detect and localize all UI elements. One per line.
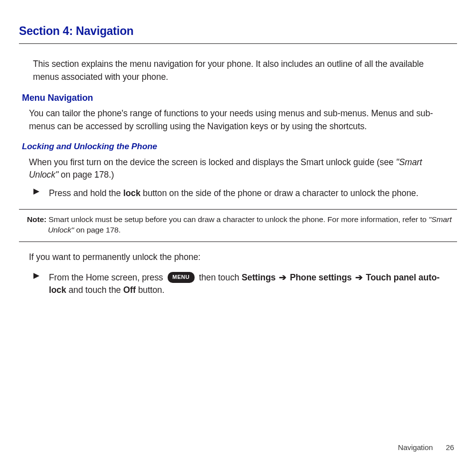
arrow-icon: ➔: [355, 272, 363, 282]
bullet2-mid2: and touch the: [66, 285, 123, 295]
bullet-row-1: Press and hold the lock button on the si…: [19, 184, 457, 200]
bullet-row-2: From the Home screen, press MENU then to…: [19, 268, 457, 297]
note-block: Note: Smart unlock must be setup before …: [19, 209, 457, 242]
bullet1-pre: Press and hold the: [49, 188, 123, 198]
bullet1-post: button on the side of the phone or draw …: [141, 188, 419, 198]
page-footer: Navigation 26: [398, 442, 454, 453]
bullet2-end: button.: [136, 285, 165, 295]
arrow-icon: ➔: [279, 272, 286, 282]
locking-paragraph: When you first turn on the device the sc…: [19, 156, 457, 182]
heading-locking-unlocking: Locking and Unlocking the Phone: [22, 141, 457, 153]
svg-marker-1: [33, 273, 39, 279]
svg-marker-0: [33, 189, 39, 195]
bullet1-bold: lock: [123, 188, 141, 198]
note-paragraph: Note: Smart unlock must be setup before …: [27, 215, 455, 236]
heading-menu-navigation: Menu Navigation: [22, 91, 457, 104]
bold-settings: Settings: [241, 272, 275, 282]
section-title: Section 4: Navigation: [19, 23, 457, 44]
bullet-2-text: From the Home screen, press MENU then to…: [49, 271, 451, 297]
locking-para-pre: When you first turn on the device the sc…: [29, 157, 396, 167]
after-note-paragraph: If you want to permanently unlock the ph…: [19, 251, 457, 263]
note-body-pre: Smart unlock must be setup before you ca…: [46, 215, 429, 224]
footer-label: Navigation: [398, 443, 433, 452]
menu-navigation-body: You can tailor the phone's range of func…: [19, 107, 457, 133]
footer-page-number: 26: [446, 443, 455, 452]
locking-para-post: on page 178.): [58, 170, 114, 180]
note-label: Note:: [27, 215, 46, 224]
triangle-bullet-icon: [33, 188, 40, 200]
intro-paragraph: This section explains the menu navigatio…: [19, 58, 457, 83]
bold-off: Off: [123, 285, 136, 295]
note-body-post: on page 178.: [74, 226, 121, 234]
triangle-bullet-icon: [33, 272, 40, 297]
bullet-1-text: Press and hold the lock button on the si…: [49, 187, 451, 200]
bullet2-pre: From the Home screen, press: [49, 272, 166, 282]
bullet2-mid1: then touch: [197, 272, 241, 282]
menu-pill-icon: MENU: [168, 272, 195, 283]
bold-phone-settings: Phone settings: [290, 272, 352, 282]
